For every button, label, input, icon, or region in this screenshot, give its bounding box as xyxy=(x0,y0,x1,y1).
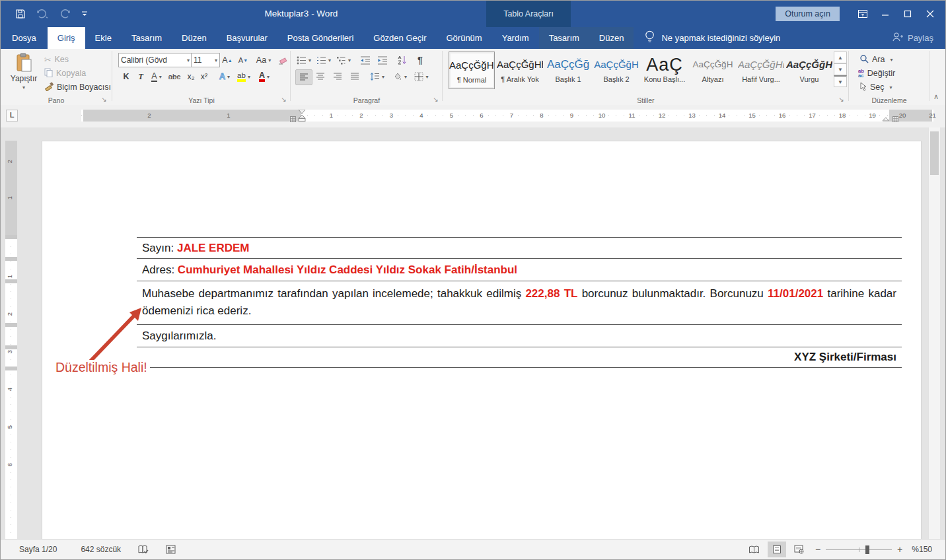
borders-button[interactable] xyxy=(412,69,431,84)
replace-button[interactable]: ab ac Değiştir xyxy=(858,67,895,80)
vertical-scrollbar[interactable] xyxy=(928,127,940,540)
font-size-combobox[interactable]: 11 xyxy=(191,53,220,67)
document-page[interactable]: Sayın: JALE ERDEM Adres: Cumhuriyet Maha… xyxy=(42,141,922,540)
redo-icon[interactable] xyxy=(59,9,71,19)
page-indicator[interactable]: Sayfa 1/20 xyxy=(19,545,57,554)
numbering-button[interactable] xyxy=(315,53,332,67)
sort-button[interactable] xyxy=(394,53,410,67)
zoom-slider[interactable] xyxy=(826,545,892,554)
right-indent-marker-icon[interactable] xyxy=(882,115,890,127)
style-aralik-yok[interactable]: AaÇçĞğHh ¶ Aralık Yok xyxy=(497,52,543,89)
scrollbar-thumb[interactable] xyxy=(930,131,939,175)
superscript-button[interactable]: x² xyxy=(198,69,211,84)
table-row-recipient[interactable]: Sayın: JALE ERDEM xyxy=(137,238,902,259)
show-formatting-button[interactable]: ¶ xyxy=(413,53,427,67)
sign-in-button[interactable]: Oturum açın xyxy=(776,7,840,21)
horizontal-ruler[interactable]: 21123456789101112131415161718192021 xyxy=(81,110,933,122)
styles-scroll-down-icon[interactable]: ▼ xyxy=(834,63,847,75)
tell-me-box[interactable]: Ne yapmak istediğinizi söyleyin xyxy=(634,27,791,49)
close-button[interactable] xyxy=(919,1,941,27)
web-layout-button[interactable] xyxy=(790,542,809,557)
zoom-slider-thumb[interactable] xyxy=(865,545,869,554)
copy-button[interactable]: Kopyala xyxy=(44,67,86,80)
zoom-in-button[interactable]: + xyxy=(894,544,905,555)
bullets-button[interactable] xyxy=(295,53,312,67)
strikethrough-button[interactable]: abc xyxy=(166,69,183,84)
bold-button[interactable]: K xyxy=(120,69,133,84)
select-button[interactable]: Seç xyxy=(859,81,892,94)
read-mode-button[interactable] xyxy=(745,542,764,557)
style-altyazi[interactable]: AaÇçĞğH Altyazı xyxy=(690,52,736,89)
table-row-signature[interactable]: XYZ Şirketi/Firması xyxy=(137,347,902,368)
undo-icon[interactable] xyxy=(36,9,49,19)
share-button[interactable]: Paylaş xyxy=(880,27,945,49)
tab-tasarim[interactable]: Tasarım xyxy=(122,27,172,49)
align-center-button[interactable] xyxy=(312,69,328,84)
tab-tablo-tasarim[interactable]: Tasarım xyxy=(539,27,589,49)
style-baslik-1[interactable]: AaÇçĞğ Başlık 1 xyxy=(545,52,591,89)
style-baslik-2[interactable]: AaÇçĞğH Başlık 2 xyxy=(593,52,639,89)
minimize-button[interactable] xyxy=(874,1,896,27)
multilevel-list-button[interactable] xyxy=(335,53,352,67)
table-row-address[interactable]: Adres: Cumhuriyet Mahallesi Yıldız Cadde… xyxy=(137,259,902,281)
vertical-ruler[interactable]: 21123456 xyxy=(5,141,17,540)
clear-formatting-button[interactable] xyxy=(275,53,289,67)
styles-gallery-expand-icon[interactable]: ▼ xyxy=(834,75,847,87)
line-spacing-button[interactable] xyxy=(368,69,386,84)
cut-button[interactable]: ✂ Kes xyxy=(44,53,69,66)
ribbon-display-options-icon[interactable] xyxy=(852,1,874,27)
indent-markers-icon[interactable] xyxy=(298,110,306,124)
style-vurgu[interactable]: AaÇçĞğHı Vurgu xyxy=(786,52,832,89)
format-painter-button[interactable]: Biçim Boyacısı xyxy=(44,81,111,94)
table-right-marker-icon[interactable] xyxy=(892,113,898,125)
tab-gorunum[interactable]: Görünüm xyxy=(436,27,491,49)
font-name-combobox[interactable]: Calibri (Gövd xyxy=(118,53,192,67)
tab-stop-selector[interactable]: L xyxy=(6,110,18,122)
shrink-font-button[interactable]: A▼ xyxy=(236,53,250,67)
align-right-button[interactable] xyxy=(330,69,346,84)
maximize-button[interactable] xyxy=(896,1,919,27)
find-button[interactable]: Ara xyxy=(859,53,892,66)
tab-giris[interactable]: Giriş xyxy=(48,27,85,49)
text-effects-button[interactable]: A xyxy=(216,69,233,84)
zoom-percentage[interactable]: %150 xyxy=(912,545,932,554)
tab-ekle[interactable]: Ekle xyxy=(85,27,122,49)
pano-dialog-launcher[interactable] xyxy=(100,95,108,104)
proofing-icon[interactable] xyxy=(138,545,149,555)
style-konu-basligi[interactable]: AaÇ Konu Başlı... xyxy=(641,52,688,89)
style-hafif-vurgu[interactable]: AaÇçĞğHı Hafif Vurg... xyxy=(738,52,784,89)
table-row-closing[interactable]: Saygılarımızla. xyxy=(137,325,902,347)
tab-tablo-duzen[interactable]: Düzen xyxy=(589,27,634,49)
tab-yardim[interactable]: Yardım xyxy=(492,27,539,49)
paste-button[interactable]: Yapıştır xyxy=(7,52,40,90)
underline-button[interactable]: A xyxy=(149,69,164,84)
italic-button[interactable]: T xyxy=(134,69,147,84)
change-case-button[interactable]: Aa xyxy=(254,53,273,67)
stiller-dialog-launcher[interactable] xyxy=(837,95,846,104)
decrease-indent-button[interactable] xyxy=(357,53,373,67)
tab-gozden-gecir[interactable]: Gözden Geçir xyxy=(363,27,436,49)
customize-qat-icon[interactable] xyxy=(81,11,88,17)
styles-scroll-up-icon[interactable]: ▲ xyxy=(834,52,847,63)
tab-basvurular[interactable]: Başvurular xyxy=(217,27,277,49)
yazi-tipi-dialog-launcher[interactable] xyxy=(279,95,288,104)
justify-button[interactable] xyxy=(347,69,363,84)
paragraf-dialog-launcher[interactable] xyxy=(431,95,440,104)
highlight-color-button[interactable]: ab xyxy=(235,69,253,84)
table-column-marker-icon[interactable] xyxy=(290,113,296,125)
style-normal[interactable]: AaÇçĞğHh ¶ Normal xyxy=(449,52,495,89)
subscript-button[interactable]: x₂ xyxy=(184,69,198,84)
save-icon[interactable] xyxy=(15,9,26,19)
tab-dosya[interactable]: Dosya xyxy=(1,27,48,49)
font-color-button[interactable]: A xyxy=(256,69,273,84)
print-layout-button[interactable] xyxy=(768,542,786,557)
align-left-button[interactable] xyxy=(295,69,312,85)
increase-indent-button[interactable] xyxy=(375,53,390,67)
collapse-ribbon-chevron[interactable]: ∧ xyxy=(933,92,939,101)
tab-duzen[interactable]: Düzen xyxy=(172,27,217,49)
tab-posta-gonderileri[interactable]: Posta Gönderileri xyxy=(277,27,363,49)
table-row-body[interactable]: Muhasebe departmanımız tarafından yapıla… xyxy=(137,281,902,325)
grow-font-button[interactable]: A▲ xyxy=(220,53,235,67)
zoom-out-button[interactable]: − xyxy=(813,544,823,555)
shading-button[interactable] xyxy=(390,69,409,84)
